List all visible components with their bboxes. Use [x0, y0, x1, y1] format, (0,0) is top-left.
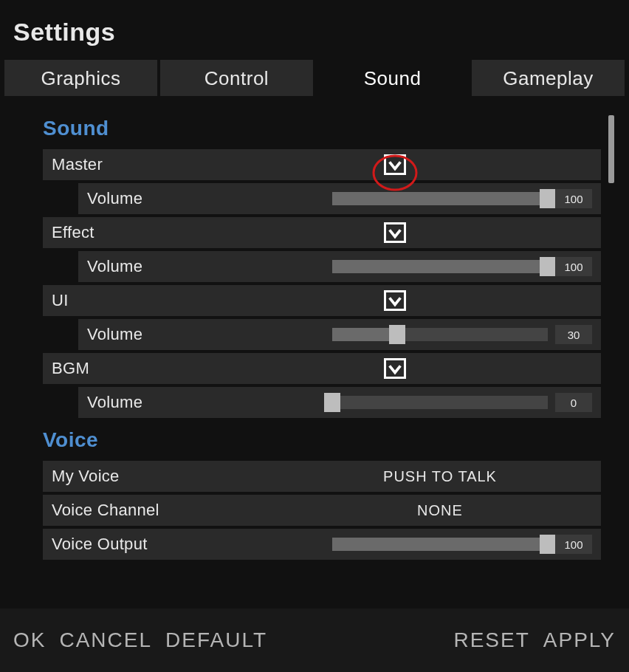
my-voice-label: My Voice [52, 467, 288, 486]
effect-checkbox[interactable] [384, 222, 406, 243]
voice-output-handle[interactable] [540, 535, 556, 554]
row-master: Master [43, 149, 601, 180]
row-ui: UI [43, 285, 601, 316]
row-effect-volume: Volume 100 [78, 251, 601, 282]
bgm-volume-value: 0 [555, 393, 592, 412]
effect-volume-slider[interactable] [332, 260, 548, 273]
checkmark-icon [387, 292, 403, 309]
row-master-volume: Volume 100 [78, 183, 601, 214]
ui-volume-label: Volume [87, 325, 288, 344]
voice-channel-label: Voice Channel [52, 501, 288, 520]
effect-volume-value: 100 [555, 257, 592, 276]
voice-output-label: Voice Output [52, 535, 288, 554]
master-checkbox[interactable] [384, 154, 406, 175]
section-sound-title: Sound [43, 109, 601, 146]
row-voice-channel: Voice Channel NONE [43, 495, 601, 526]
effect-volume-label: Volume [87, 257, 288, 276]
master-volume-slider[interactable] [332, 192, 548, 205]
row-voice-output: Voice Output 100 [43, 529, 601, 560]
section-voice-title: Voice [43, 421, 601, 458]
tab-bar: Graphics Control Sound Gameplay [0, 60, 629, 96]
bgm-volume-slider[interactable] [332, 396, 548, 409]
bgm-volume-handle[interactable] [324, 393, 340, 412]
reset-button[interactable]: RESET [453, 628, 529, 652]
ok-button[interactable]: OK [13, 628, 46, 652]
row-ui-label: UI [52, 291, 288, 310]
settings-window: Settings Graphics Control Sound Gameplay… [0, 0, 629, 672]
my-voice-value[interactable]: PUSH TO TALK [288, 468, 592, 485]
default-button[interactable]: DEFAULT [165, 628, 267, 652]
page-title: Settings [0, 0, 629, 60]
scrollbar[interactable] [608, 115, 614, 588]
ui-volume-slider[interactable] [332, 328, 548, 341]
voice-output-value: 100 [555, 535, 592, 554]
ui-volume-handle[interactable] [389, 325, 405, 344]
checkmark-icon [387, 224, 403, 241]
ui-volume-value: 30 [555, 325, 592, 344]
checkmark-icon [387, 360, 403, 377]
scrollbar-track[interactable] [608, 115, 614, 588]
row-bgm-label: BGM [52, 359, 288, 378]
row-bgm: BGM [43, 353, 601, 384]
row-ui-volume: Volume 30 [78, 319, 601, 350]
tab-graphics[interactable]: Graphics [4, 60, 157, 96]
checkmark-icon [387, 157, 403, 173]
row-my-voice: My Voice PUSH TO TALK [43, 461, 601, 492]
cancel-button[interactable]: CANCEL [59, 628, 152, 652]
settings-content: Sound Master Volume [10, 102, 619, 597]
master-volume-handle[interactable] [540, 189, 556, 208]
bgm-checkbox[interactable] [384, 358, 406, 379]
scrollbar-thumb[interactable] [608, 115, 614, 183]
master-volume-label: Volume [87, 189, 288, 208]
voice-channel-value[interactable]: NONE [288, 502, 592, 519]
tab-control[interactable]: Control [160, 60, 313, 96]
tab-sound[interactable]: Sound [316, 60, 469, 96]
row-master-label: Master [52, 155, 288, 174]
row-effect: Effect [43, 217, 601, 248]
effect-volume-handle[interactable] [540, 257, 556, 276]
footer: OK CANCEL DEFAULT RESET APPLY [0, 608, 629, 672]
row-effect-label: Effect [52, 223, 288, 242]
apply-button[interactable]: APPLY [543, 628, 616, 652]
master-volume-value: 100 [555, 189, 592, 208]
tab-gameplay[interactable]: Gameplay [472, 60, 625, 96]
bgm-volume-label: Volume [87, 393, 288, 412]
ui-checkbox[interactable] [384, 290, 406, 311]
row-bgm-volume: Volume 0 [78, 387, 601, 418]
voice-output-slider[interactable] [332, 538, 548, 551]
